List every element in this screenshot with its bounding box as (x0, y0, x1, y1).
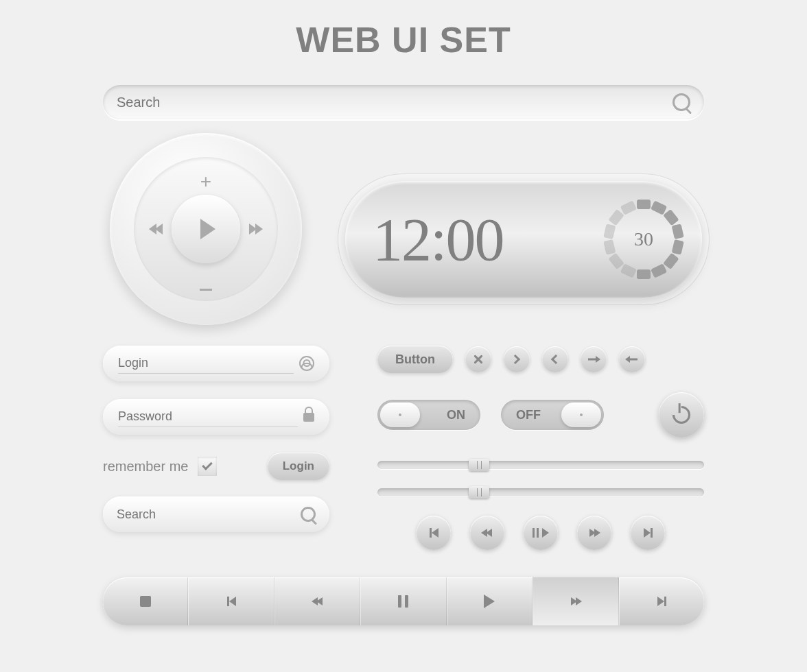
player-stop[interactable] (103, 577, 188, 625)
toggle-knob (561, 403, 601, 427)
search-input-small[interactable] (117, 507, 301, 522)
password-field-wrap (103, 399, 329, 435)
password-input[interactable] (118, 407, 298, 427)
play-icon (200, 219, 215, 239)
power-icon (669, 403, 694, 428)
toggle-knob (380, 403, 420, 427)
skip-forward-icon (644, 528, 653, 538)
slider-1[interactable] (377, 461, 704, 469)
play-pause-icon (533, 528, 549, 538)
button-row: Button (377, 346, 704, 373)
lock-icon (303, 413, 314, 422)
rewind-icon[interactable] (149, 224, 161, 235)
play-pause-button[interactable] (524, 516, 558, 550)
rewind-icon (313, 597, 323, 605)
fast-forward-icon (571, 597, 581, 605)
player-skip-forward[interactable] (619, 577, 704, 625)
slider-2[interactable] (377, 488, 704, 496)
player-skip-back[interactable] (188, 577, 274, 625)
user-icon (299, 356, 314, 371)
forward-icon[interactable] (250, 224, 263, 235)
search-bar-large[interactable] (103, 85, 704, 119)
check-icon (202, 459, 213, 470)
close-icon (473, 354, 484, 365)
player-rewind[interactable] (274, 577, 360, 625)
rewind-icon (482, 529, 492, 537)
remember-checkbox[interactable] (198, 457, 217, 476)
seconds-dial: 30 (606, 202, 681, 277)
login-button[interactable]: Login (268, 453, 329, 480)
fast-forward-button[interactable] (577, 516, 611, 550)
skip-back-button[interactable] (417, 516, 451, 550)
player-play[interactable] (447, 577, 533, 625)
media-controls (377, 516, 704, 550)
stop-icon (140, 596, 151, 607)
toggle-on-label: ON (447, 408, 465, 422)
chevron-right-icon (511, 355, 520, 364)
clock-time: 12:00 (373, 205, 503, 274)
search-icon (672, 93, 690, 111)
remember-label: remember me (103, 459, 188, 475)
next-button[interactable] (504, 346, 530, 372)
plus-icon[interactable]: + (200, 171, 211, 193)
skip-back-icon (430, 528, 438, 538)
click-wheel[interactable]: + (110, 133, 302, 325)
toggle-on[interactable]: ON (377, 400, 480, 430)
toggle-row: ON OFF (377, 392, 704, 437)
clock-display: 12:00 30 (345, 181, 702, 298)
fast-forward-icon (589, 529, 599, 537)
close-button[interactable] (465, 346, 491, 372)
play-button[interactable] (172, 195, 240, 263)
arrow-right-button[interactable] (581, 346, 607, 372)
search-input-large[interactable] (117, 95, 672, 110)
skip-forward-button[interactable] (631, 516, 665, 550)
play-icon (484, 595, 495, 608)
search-bar-small[interactable] (103, 496, 329, 532)
toggle-off[interactable]: OFF (501, 400, 604, 430)
pause-icon (398, 595, 408, 608)
skip-forward-icon (657, 597, 666, 606)
rewind-button[interactable] (470, 516, 504, 550)
remember-row: remember me Login (103, 453, 329, 480)
prev-button[interactable] (542, 346, 568, 372)
search-icon (301, 507, 316, 522)
player-bar (103, 577, 704, 625)
slider-thumb[interactable] (469, 486, 489, 499)
toggle-off-label: OFF (516, 408, 541, 422)
login-input[interactable] (118, 353, 294, 374)
player-pause[interactable] (360, 577, 446, 625)
minus-icon[interactable] (200, 289, 212, 291)
slider-thumb[interactable] (469, 459, 489, 471)
power-button[interactable] (659, 392, 704, 437)
generic-button[interactable]: Button (377, 346, 453, 373)
chevron-left-icon (551, 355, 561, 364)
arrow-left-button[interactable] (619, 346, 645, 372)
login-field-wrap (103, 346, 329, 381)
skip-back-icon (227, 597, 236, 606)
page-title: WEB UI SET (0, 0, 807, 60)
player-fast-forward[interactable] (533, 577, 618, 625)
seconds-value: 30 (634, 228, 653, 250)
